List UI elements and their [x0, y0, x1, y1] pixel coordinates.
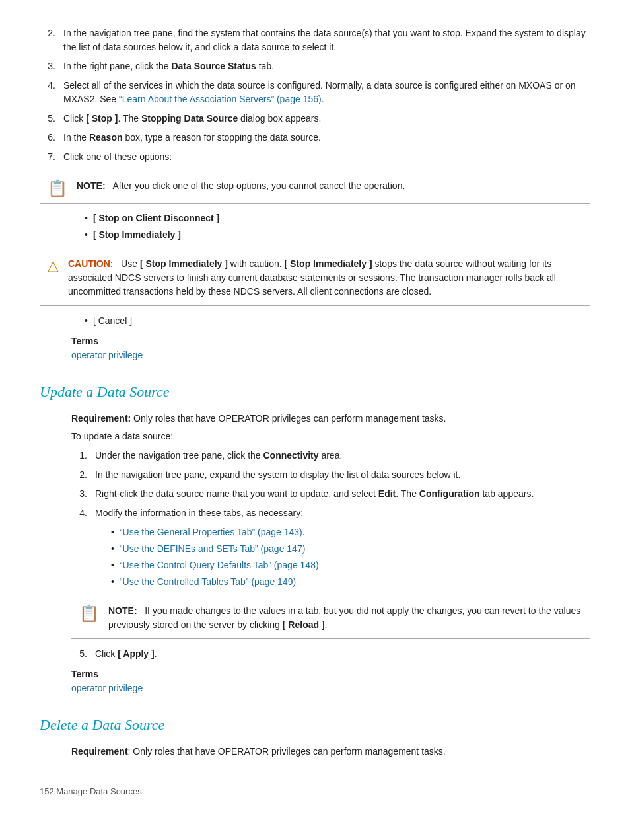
- note-icon: 📋: [48, 180, 67, 196]
- update-step-4-text: Modify the information in these tabs, as…: [95, 506, 590, 520]
- delete-req-text: : Only roles that have OPERATOR privileg…: [128, 746, 446, 757]
- modify-link-3: “Use the Control Query Defaults Tab” (pa…: [111, 558, 590, 572]
- update-step-4: 4. Modify the information in these tabs,…: [71, 506, 590, 520]
- step-6: 6. In the Reason box, type a reason for …: [40, 131, 590, 145]
- cancel-list: [ Cancel ]: [71, 314, 590, 328]
- step-2: 2. In the navigation tree pane, find the…: [40, 26, 590, 54]
- update-step-2-num: 2.: [71, 468, 87, 482]
- step-5-num: 5.: [40, 112, 55, 126]
- update-step-5-text: Click [ Apply ].: [95, 647, 590, 661]
- caution-stop-imm-2: [ Stop Immediately ]: [285, 258, 372, 269]
- step-4-text: Select all of the services in which the …: [63, 79, 590, 106]
- update-req-text: Only roles that have OPERATOR privileges…: [131, 413, 446, 424]
- caution-stop-imm-1: [ Stop Immediately ]: [140, 258, 228, 269]
- terms-stop-link[interactable]: operator privilege: [71, 350, 143, 360]
- step-2-text: In the navigation tree pane, find the sy…: [63, 26, 590, 54]
- page-content: 2. In the navigation tree pane, find the…: [40, 26, 590, 798]
- stopping-dialog-label: Stopping Data Source: [141, 113, 238, 124]
- stop-btn-label: [ Stop ]: [86, 113, 118, 124]
- step-4: 4. Select all of the services in which t…: [40, 79, 590, 106]
- section-delete-heading: Delete a Data Source: [40, 714, 590, 736]
- cancel-block: [ Cancel ]: [40, 314, 590, 328]
- update-step-4-num: 4.: [71, 506, 87, 520]
- step-6-num: 6.: [40, 131, 55, 145]
- section-update-heading: Update a Data Source: [40, 381, 590, 402]
- step-7-text: Click one of these options:: [63, 150, 590, 164]
- apply-label: [ Apply ]: [118, 648, 154, 659]
- note-text-update: NOTE: If you made changes to the values …: [108, 604, 582, 632]
- reason-label: Reason: [89, 132, 123, 143]
- update-step-3-text: Right-click the data source name that yo…: [95, 487, 590, 501]
- footer-text: 152 Manage Data Sources: [40, 786, 142, 796]
- caution-text: CAUTION: Use [ Stop Immediately ] with c…: [68, 257, 582, 299]
- note-box-stop: 📋 NOTE: After you click one of the stop …: [40, 172, 590, 204]
- note-label-update: NOTE:: [108, 605, 137, 616]
- step-6-text: In the Reason box, type a reason for sto…: [63, 131, 590, 145]
- update-step-3: 3. Right-click the data source name that…: [71, 487, 590, 501]
- edit-label: Edit: [378, 488, 396, 499]
- connectivity-label: Connectivity: [263, 450, 319, 461]
- reload-label: [ Reload ]: [283, 619, 325, 630]
- stop-option-1-text: [ Stop on Client Disconnect ]: [93, 211, 219, 225]
- modify-links-list: “Use the General Properties Tab” (page 1…: [71, 525, 590, 589]
- update-section-content: Requirement: Only roles that have OPERAT…: [40, 412, 590, 695]
- step-3: 3. In the right pane, click the Data Sou…: [40, 59, 590, 73]
- modify-link-4: “Use the Controlled Tables Tab” (page 14…: [111, 575, 590, 589]
- note-box-update: 📋 NOTE: If you made changes to the value…: [71, 597, 590, 639]
- modify-link-2: “Use the DEFINEs and SETs Tab” (page 147…: [111, 542, 590, 556]
- update-requirement: Requirement: Only roles that have OPERAT…: [71, 412, 590, 426]
- stop-options-list: [ Stop on Client Disconnect ] [ Stop Imm…: [71, 211, 590, 242]
- step-3-num: 3.: [40, 59, 55, 73]
- delete-section-content: Requirement: Only roles that have OPERAT…: [40, 745, 590, 759]
- step-7: 7. Click one of these options:: [40, 150, 590, 164]
- delete-requirement: Requirement: Only roles that have OPERAT…: [71, 745, 590, 759]
- update-step-1-num: 1.: [71, 449, 87, 463]
- step-5-text: Click [ Stop ]. The Stopping Data Source…: [63, 112, 590, 126]
- page-footer: 152 Manage Data Sources: [40, 785, 590, 798]
- update-steps-list: 1. Under the navigation tree pane, click…: [71, 449, 590, 520]
- delete-req-label: Requirement: [71, 746, 128, 757]
- modify-link-3-text[interactable]: “Use the Control Query Defaults Tab” (pa…: [120, 558, 319, 572]
- configuration-label: Configuration: [419, 488, 480, 499]
- stop-option-2: [ Stop Immediately ]: [85, 228, 590, 242]
- step-3-text: In the right pane, click the Data Source…: [63, 59, 590, 73]
- terms-stop-label: Terms: [71, 334, 590, 348]
- step-5: 5. Click [ Stop ]. The Stopping Data Sou…: [40, 112, 590, 126]
- modify-link-1-text[interactable]: “Use the General Properties Tab” (page 1…: [120, 525, 305, 539]
- update-step-1: 1. Under the navigation tree pane, click…: [71, 449, 590, 463]
- terms-update-label: Terms: [71, 668, 590, 681]
- caution-icon: △: [48, 258, 59, 273]
- update-step-2-text: In the navigation tree pane, expand the …: [95, 468, 590, 482]
- step-4-num: 4.: [40, 79, 55, 106]
- update-step-5: 5. Click [ Apply ].: [71, 647, 590, 661]
- terms-update-link[interactable]: operator privilege: [71, 683, 143, 693]
- step-7-num: 7.: [40, 150, 55, 164]
- note-icon-update: 📋: [79, 605, 99, 621]
- stop-steps-list: 2. In the navigation tree pane, find the…: [40, 26, 590, 164]
- terms-stop: Terms operator privilege: [40, 334, 590, 362]
- modify-link-2-text[interactable]: “Use the DEFINEs and SETs Tab” (page 147…: [120, 542, 305, 556]
- note-text-stop: NOTE: After you click one of the stop op…: [77, 179, 405, 193]
- caution-box: △ CAUTION: Use [ Stop Immediately ] with…: [40, 250, 590, 306]
- modify-link-1: “Use the General Properties Tab” (page 1…: [111, 525, 590, 539]
- stop-option-1: [ Stop on Client Disconnect ]: [85, 211, 590, 225]
- cancel-option: [ Cancel ]: [85, 314, 590, 328]
- terms-update: Terms operator privilege: [71, 668, 590, 695]
- step-2-num: 2.: [40, 26, 55, 54]
- stop-options-block: [ Stop on Client Disconnect ] [ Stop Imm…: [40, 211, 590, 242]
- note-label-stop: NOTE:: [77, 180, 106, 191]
- modify-link-4-text[interactable]: “Use the Controlled Tables Tab” (page 14…: [120, 575, 296, 589]
- update-step5-list: 5. Click [ Apply ].: [71, 647, 590, 661]
- note-content-stop: After you click one of the stop options,…: [112, 180, 405, 191]
- update-step-5-num: 5.: [71, 647, 87, 661]
- learn-about-link[interactable]: “Learn About the Association Servers” (p…: [119, 94, 324, 104]
- stop-on-client-label: [ Stop on Client Disconnect ]: [93, 213, 219, 223]
- update-step-1-text: Under the navigation tree pane, click th…: [95, 449, 590, 463]
- cancel-option-text: [ Cancel ]: [93, 314, 132, 328]
- stop-immediately-label: [ Stop Immediately ]: [93, 229, 181, 240]
- update-req-label: Requirement:: [71, 413, 131, 424]
- caution-label: CAUTION:: [68, 258, 113, 269]
- stop-option-2-text: [ Stop Immediately ]: [93, 228, 181, 242]
- update-step-2: 2. In the navigation tree pane, expand t…: [71, 468, 590, 482]
- step-3-bold: Data Source Status: [171, 61, 256, 71]
